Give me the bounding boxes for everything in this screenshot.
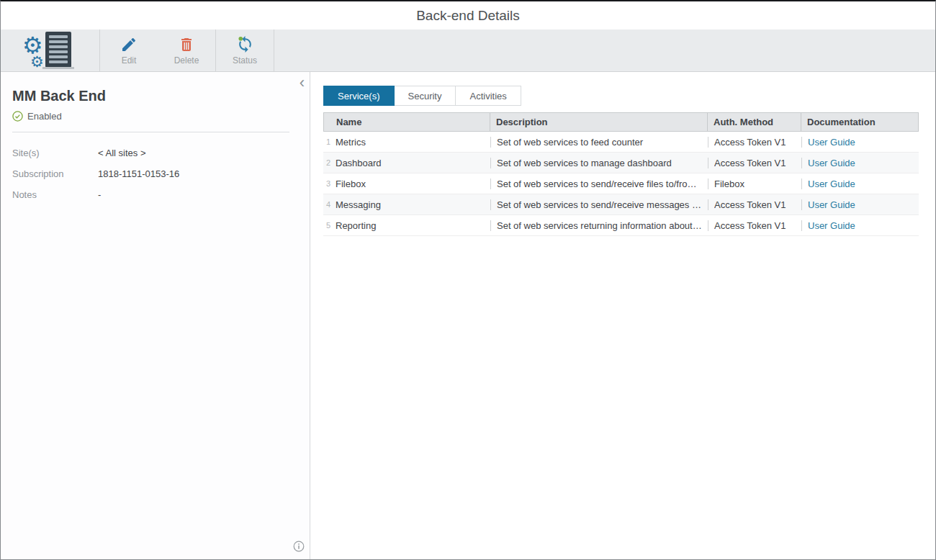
table-row[interactable]: 4Messaging Set of web services to send/r… [323,194,919,215]
service-description: Set of web services to feed counter [497,137,649,148]
user-guide-link[interactable]: User Guide [808,179,855,189]
user-guide-link[interactable]: User Guide [808,158,855,168]
field-value: 1818-1151-0153-16 [98,168,179,179]
edit-button-label: Edit [122,55,137,66]
row-number: 4 [326,200,336,209]
row-number: 5 [326,221,336,230]
row-number: 1 [326,137,336,146]
service-name: Messaging [336,199,387,210]
status-button-label: Status [233,55,257,66]
service-description: Set of web services returning informatio… [497,220,708,231]
table-row[interactable]: 5Reporting Set of web services returning… [323,215,919,236]
status-text: Enabled [27,111,62,122]
row-number: 2 [326,158,336,167]
delete-button-label: Delete [174,55,199,66]
field-value: < All sites > [98,148,145,158]
server-gear-icon: ⚙ ⚙ [21,31,80,70]
collapse-panel-chevron-icon[interactable]: ‹ [300,75,305,91]
service-name: Reporting [336,220,382,231]
service-name: Filebox [336,179,372,189]
titlebar: Back-end Details [1,1,935,30]
column-header-auth-method[interactable]: Auth. Method [708,113,801,131]
tab-bar: Service(s) Security Activities [323,86,919,106]
user-guide-link[interactable]: User Guide [808,137,855,148]
field-label: Subscription [12,168,98,179]
service-auth-method: Access Token V1 [714,158,791,168]
main-area: ‹ MM Back End Enabled Site(s) < All site… [1,72,935,559]
field-label: Site(s) [12,148,98,158]
field-value: - [98,189,101,200]
trash-icon [178,36,195,53]
services-table: Name Description Auth. Method Documentat… [323,112,919,236]
service-description: Set of web services to send/receive mess… [497,199,708,210]
table-row[interactable]: 3Filebox Set of web services to send/rec… [323,173,919,194]
column-header-name[interactable]: Name [323,113,490,131]
service-name: Dashboard [336,158,387,168]
service-description: Set of web services to send/receive file… [497,179,708,189]
field-sites: Site(s) < All sites > [12,148,298,158]
enabled-check-icon [12,111,23,122]
service-auth-method: Access Token V1 [714,220,791,231]
status-sync-icon [236,35,254,53]
column-header-description[interactable]: Description [490,113,708,131]
tab-security[interactable]: Security [395,86,456,106]
service-auth-method: Access Token V1 [714,199,791,210]
table-header: Name Description Auth. Method Documentat… [323,112,919,132]
user-guide-link[interactable]: User Guide [808,220,855,231]
toolbar-separator [274,30,274,71]
field-label: Notes [12,189,98,200]
svg-text:⚙: ⚙ [30,53,44,70]
service-auth-method: Filebox [714,179,750,189]
user-guide-link[interactable]: User Guide [808,199,855,210]
panel-divider [12,132,289,132]
field-notes: Notes - [12,189,298,200]
service-auth-method: Access Token V1 [714,137,791,148]
backend-logo: ⚙ ⚙ [1,30,99,71]
tab-services[interactable]: Service(s) [323,86,395,106]
content-area: Service(s) Security Activities Name Desc… [310,72,935,559]
row-number: 3 [326,179,336,188]
tab-activities[interactable]: Activities [456,86,521,106]
table-row[interactable]: 2Dashboard Set of web services to manage… [323,153,919,173]
delete-button[interactable]: Delete [158,30,215,71]
field-list: Site(s) < All sites > Subscription 1818-… [12,148,298,200]
field-subscription: Subscription 1818-1151-0153-16 [12,168,298,179]
table-row[interactable]: 1Metrics Set of web services to feed cou… [323,132,919,153]
column-header-documentation[interactable]: Documentation [801,113,919,131]
service-name: Metrics [336,137,372,148]
pencil-icon [120,36,138,53]
status-button[interactable]: Status [216,30,274,71]
toolbar: ⚙ ⚙ Edit Delete Status [1,30,935,72]
page-title: Back-end Details [416,8,520,24]
backend-name: MM Back End [12,88,298,104]
details-panel: ‹ MM Back End Enabled Site(s) < All site… [1,72,310,559]
service-description: Set of web services to manage dashboard [497,158,678,168]
status-row: Enabled [12,111,298,122]
edit-button[interactable]: Edit [100,30,158,71]
backend-details-window: Back-end Details ⚙ ⚙ Edit [0,0,936,560]
info-icon[interactable] [293,541,305,555]
